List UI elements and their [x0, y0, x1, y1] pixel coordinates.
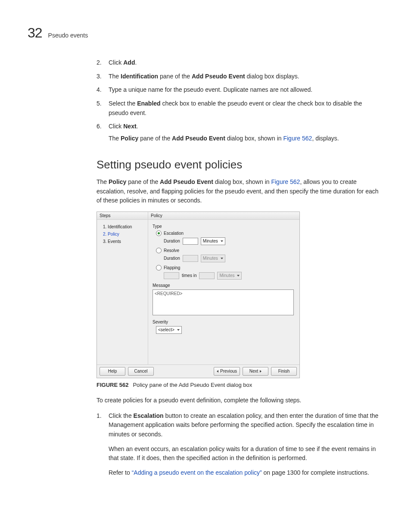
triangle-right-icon: [260, 370, 262, 373]
step-6-result: The Policy pane of the Add Pseudo Event …: [109, 134, 383, 143]
policy-pane-header: Policy: [148, 212, 299, 220]
running-title: Pseudo events: [48, 32, 88, 39]
times-in-label: times in: [182, 273, 196, 278]
running-header: 32 Pseudo events: [28, 25, 383, 41]
policy-pane: Policy Type Escalation Duration Minutes: [148, 212, 299, 364]
flapping-radio-row[interactable]: Flapping: [156, 265, 295, 271]
flapping-radio-label: Flapping: [164, 265, 180, 270]
chevron-down-icon: [221, 258, 223, 259]
chapter-number: 32: [28, 25, 42, 41]
resolve-duration-input[interactable]: [183, 255, 198, 262]
figure-562-link[interactable]: Figure 562: [283, 135, 312, 142]
step-6: 6.Click Next. The Policy pane of the Add…: [97, 122, 383, 143]
figure-caption-label: FIGURE 562: [97, 382, 128, 388]
previous-button[interactable]: Previous: [214, 367, 240, 376]
finish-button[interactable]: Finish: [271, 367, 297, 376]
resolve-radio-row[interactable]: Resolve: [156, 248, 295, 253]
step-1-para-2: When an event occurs, an escalation poli…: [109, 445, 376, 462]
escalation-radio[interactable]: [156, 230, 162, 236]
resolve-unit-select[interactable]: Minutes: [201, 255, 225, 262]
severity-label: Severity: [153, 320, 295, 324]
wizard-steps-pane: Steps 1. Identification 2. Policy 3. Eve…: [97, 212, 148, 364]
step-1-para-3: Refer to “Adding a pseudo event on the e…: [109, 469, 369, 476]
wizard-step-identification[interactable]: 1. Identification: [103, 223, 144, 230]
chevron-down-icon: [221, 240, 223, 242]
dialog-button-bar: Help Cancel Previous Next Finish: [97, 364, 299, 378]
section-intro: The Policy pane of the Add Pseudo Event …: [28, 177, 383, 205]
step-1: 1. Click the Escalation button to create…: [97, 411, 383, 478]
chevron-down-icon: [177, 329, 180, 331]
message-label: Message: [153, 283, 295, 288]
escalation-unit-select[interactable]: Minutes: [201, 237, 225, 245]
escalation-duration-row: Duration Minutes: [164, 237, 295, 245]
triangle-left-icon: [217, 370, 218, 373]
section-heading: Setting pseudo event policies: [97, 158, 383, 171]
duration-label: Duration: [164, 239, 180, 243]
steps-pane-header: Steps: [97, 212, 148, 220]
escalation-duration-input[interactable]: [183, 238, 198, 245]
type-group-label: Type: [153, 224, 295, 229]
figure-562: Steps 1. Identification 2. Policy 3. Eve…: [97, 212, 383, 388]
figure-caption-text: Policy pane of the Add Pseudo Event dial…: [133, 382, 252, 388]
add-pseudo-event-dialog: Steps 1. Identification 2. Policy 3. Eve…: [97, 212, 300, 378]
flapping-unit-select[interactable]: Minutes: [217, 272, 242, 280]
step-2: 2.Click Add.: [97, 58, 383, 68]
escalation-radio-label: Escalation: [164, 231, 184, 236]
escalation-radio-row[interactable]: Escalation: [156, 230, 295, 236]
message-textarea[interactable]: <REQUIRED>: [153, 289, 294, 315]
procedure-steps-top: 2.Click Add. 3.The Identification pane o…: [97, 58, 383, 143]
wizard-step-events[interactable]: 3. Events: [103, 238, 144, 245]
step-5: 5.Select the Enabled check box to enable…: [97, 99, 383, 118]
resolve-radio-label: Resolve: [164, 248, 179, 253]
escalation-policy-link[interactable]: “Adding a pseudo event on the escalation…: [132, 469, 262, 476]
step-4: 4.Type a unique name for the pseudo even…: [97, 85, 383, 95]
resolve-duration-row: Duration Minutes: [164, 255, 295, 262]
flapping-radio[interactable]: [156, 265, 162, 271]
wizard-step-policy[interactable]: 2. Policy: [103, 230, 144, 238]
flapping-duration-input[interactable]: [199, 272, 215, 279]
flapping-count-input[interactable]: [164, 272, 179, 279]
chevron-down-icon: [237, 275, 240, 277]
resolve-radio[interactable]: [156, 248, 162, 253]
next-button[interactable]: Next: [243, 367, 268, 376]
figure-caption: FIGURE 562Policy pane of the Add Pseudo …: [97, 382, 383, 388]
severity-select[interactable]: <select>: [156, 326, 182, 334]
cancel-button[interactable]: Cancel: [128, 367, 154, 376]
procedure-steps-bottom: 1. Click the Escalation button to create…: [97, 411, 383, 478]
step-3: 3.The Identification pane of the Add Pse…: [97, 72, 383, 81]
post-figure-para: To create policies for a pseudo event de…: [28, 396, 383, 405]
help-button[interactable]: Help: [100, 367, 125, 376]
figure-562-link-2[interactable]: Figure 562: [271, 178, 300, 185]
flapping-times-row: times in Minutes: [164, 272, 295, 280]
duration-label-2: Duration: [164, 256, 180, 261]
